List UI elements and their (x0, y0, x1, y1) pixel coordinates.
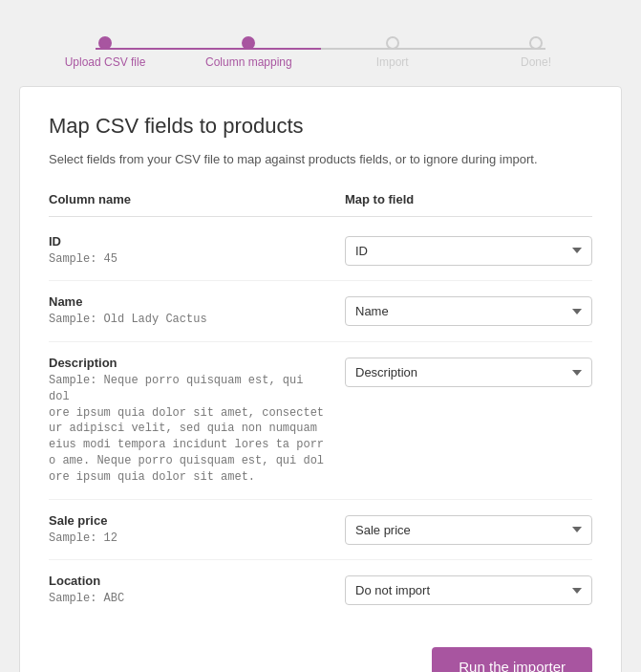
step-mapping-circle (242, 36, 255, 50)
col-name-label: Location (49, 574, 326, 588)
field-select[interactable]: IDNameDescriptionSale priceDo not import (345, 575, 592, 605)
col-name-label: Description (49, 356, 326, 370)
col-field-cell: IDNameDescriptionSale priceDo not import (345, 356, 592, 387)
field-select[interactable]: IDNameDescriptionSale priceDo not import (345, 515, 592, 545)
col-field-cell: IDNameDescriptionSale priceDo not import (345, 574, 592, 605)
step-mapping-label: Column mapping (205, 55, 292, 69)
col-field-cell: IDNameDescriptionSale priceDo not import (345, 513, 592, 545)
mapping-row: IDSample: 45IDNameDescriptionSale priceD… (49, 221, 592, 282)
step-upload-label: Upload CSV file (65, 55, 146, 69)
mapping-row: NameSample: Old Lady CactusIDNameDescrip… (49, 281, 592, 342)
mapping-row: DescriptionSample: Neque porro quisquam … (49, 342, 592, 500)
step-done: Done! (479, 36, 593, 69)
mapping-row: Sale priceSample: 12IDNameDescriptionSal… (49, 500, 592, 561)
step-upload: Upload CSV file (48, 36, 162, 69)
col-name-cell: NameSample: Old Lady Cactus (49, 294, 345, 328)
col-name-sample: Sample: 45 (49, 251, 326, 268)
mapping-row: LocationSample: ABCIDNameDescriptionSale… (49, 560, 592, 620)
col-name-cell: LocationSample: ABC (49, 574, 345, 607)
mapping-header: Column name Map to field (49, 192, 592, 217)
step-done-label: Done! (521, 55, 551, 69)
step-done-circle (529, 36, 543, 50)
col-field-cell: IDNameDescriptionSale priceDo not import (345, 234, 592, 266)
col-name-header: Column name (49, 192, 345, 206)
stepper: Upload CSV file Column mapping Import Do… (19, 19, 622, 69)
col-name-cell: DescriptionSample: Neque porro quisquam … (49, 356, 345, 486)
mapping-rows: IDSample: 45IDNameDescriptionSale priceD… (49, 221, 592, 621)
step-import-circle (386, 36, 399, 50)
field-select[interactable]: IDNameDescriptionSale priceDo not import (345, 296, 592, 326)
col-name-label: Name (49, 294, 326, 309)
col-name-cell: IDSample: 45 (49, 234, 345, 268)
col-name-label: Sale price (49, 513, 326, 528)
col-field-header: Map to field (345, 192, 592, 206)
step-import-label: Import (376, 55, 409, 69)
col-name-sample: Sample: ABC (49, 591, 326, 607)
col-name-label: ID (49, 234, 326, 249)
step-import: Import (335, 36, 450, 69)
col-field-cell: IDNameDescriptionSale priceDo not import (345, 294, 592, 326)
card-title: Map CSV fields to products (49, 114, 592, 139)
field-select[interactable]: IDNameDescriptionSale priceDo not import (345, 358, 592, 387)
col-name-sample: Sample: 12 (49, 531, 326, 547)
run-importer-button[interactable]: Run the importer (432, 647, 592, 672)
step-upload-circle (98, 36, 112, 50)
page-container: Upload CSV file Column mapping Import Do… (19, 19, 622, 672)
step-mapping: Column mapping (191, 36, 306, 69)
main-card: Map CSV fields to products Select fields… (19, 86, 622, 672)
col-name-cell: Sale priceSample: 12 (49, 513, 345, 547)
col-name-sample: Sample: Old Lady Cactus (49, 312, 326, 328)
col-name-sample: Sample: Neque porro quisquam est, qui do… (49, 373, 326, 486)
card-description: Select fields from your CSV file to map … (49, 150, 592, 169)
card-footer: Run the importer (49, 647, 592, 672)
field-select[interactable]: IDNameDescriptionSale priceDo not import (345, 236, 592, 266)
